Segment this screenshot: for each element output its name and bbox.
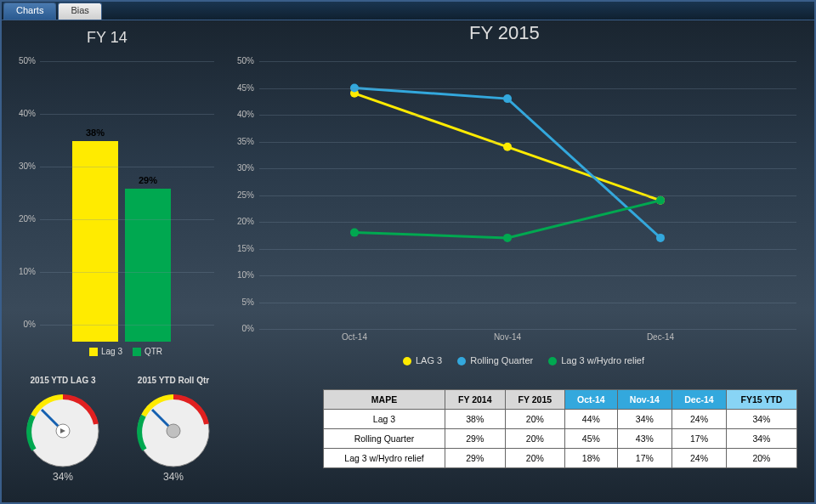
table-header: FY15 YTD — [726, 390, 796, 410]
bar-y-label: 0% — [10, 320, 36, 329]
line-y-label: 25% — [227, 190, 254, 200]
table-cell: Lag 3 — [324, 410, 445, 429]
table-header: Nov-14 — [617, 390, 672, 410]
line-legend: LAG 3Rolling QuarterLag 3 w/Hydro relief — [227, 355, 805, 365]
data-point — [350, 229, 359, 237]
legend-dot — [457, 357, 466, 365]
gauge-icon — [127, 388, 220, 469]
legend-label: Lag 3 w/Hydro relief — [561, 355, 644, 365]
table-cell: 17% — [617, 449, 672, 468]
line-y-label: 50% — [227, 56, 254, 65]
line-y-label: 0% — [227, 324, 254, 333]
table-cell: 20% — [726, 449, 796, 468]
table-row: Lag 338%20%44%34%24%34% — [324, 410, 797, 429]
data-point — [503, 234, 512, 242]
table-cell: 24% — [672, 410, 727, 429]
bar-y-label: 20% — [10, 214, 36, 224]
svg-point-6 — [167, 424, 180, 438]
table-header: FY 2014 — [445, 390, 505, 410]
bar-legend: Lag 3QTR — [31, 347, 210, 356]
legend-label: Lag 3 — [101, 347, 122, 356]
legend-label: LAG 3 — [416, 355, 442, 365]
table-cell: 20% — [505, 449, 565, 468]
table-cell: 20% — [505, 410, 565, 429]
table-cell: 17% — [672, 429, 727, 449]
bar-qtr: 29% — [125, 189, 171, 342]
table-row: Lag 3 w/Hydro relief29%20%18%17%24%20% — [324, 449, 797, 468]
series-lag-3-w-hydro-relief — [354, 201, 660, 238]
bar-y-label: 30% — [10, 161, 36, 171]
gauge-lag3: 2015 YTD LAG 3 34% — [12, 376, 114, 483]
table-cell: Lag 3 w/Hydro relief — [324, 449, 445, 468]
legend-label: Rolling Quarter — [470, 355, 533, 365]
data-point — [503, 94, 512, 103]
bar-value-label: 29% — [125, 175, 171, 185]
line-chart-fy15: 0%5%10%15%20%25%30%35%40%45%50%Oct-14Nov… — [227, 61, 805, 350]
table-cell: 38% — [445, 410, 505, 429]
fy14-title: FY 14 — [87, 29, 128, 47]
gauge-lag3-value: 34% — [12, 471, 114, 483]
bar-value-label: 38% — [72, 127, 118, 138]
gauge-icon — [16, 388, 110, 469]
table-cell: 24% — [672, 449, 727, 468]
table-cell: 34% — [726, 410, 796, 429]
table-cell: 45% — [565, 429, 617, 449]
table-cell: 43% — [617, 429, 672, 449]
bar-y-label: 50% — [10, 56, 36, 65]
legend-swatch — [133, 348, 141, 356]
table-cell: 44% — [565, 410, 617, 429]
data-point — [656, 196, 665, 205]
table-header: Oct-14 — [565, 390, 617, 410]
gauge-rollqtr: 2015 YTD Roll Qtr 34% — [122, 376, 224, 483]
data-point — [656, 234, 665, 242]
line-y-label: 10% — [227, 270, 254, 280]
table-cell: 34% — [617, 410, 672, 429]
line-y-label: 40% — [227, 110, 254, 119]
data-point — [503, 143, 512, 151]
table-header: MAPE — [324, 390, 445, 410]
table-header: FY 2015 — [505, 390, 565, 410]
legend-swatch — [89, 348, 98, 356]
line-y-label: 30% — [227, 163, 254, 173]
legend-label: QTR — [144, 347, 162, 356]
mape-table: MAPEFY 2014FY 2015Oct-14Nov-14Dec-14FY15… — [323, 389, 797, 468]
line-y-label: 15% — [227, 244, 254, 253]
table-cell: 34% — [726, 429, 796, 449]
bar-lag3: 38% — [72, 141, 118, 342]
legend-dot — [548, 357, 557, 365]
table-cell: 29% — [445, 429, 505, 449]
bar-y-label: 10% — [10, 267, 36, 276]
legend-dot — [403, 357, 411, 365]
gauge-lag3-title: 2015 YTD LAG 3 — [12, 376, 114, 385]
line-y-label: 45% — [227, 83, 254, 93]
table-cell: 29% — [445, 449, 505, 468]
tab-charts[interactable]: Charts — [3, 3, 56, 20]
line-y-label: 5% — [227, 297, 254, 307]
bar-chart-fy14: 38%29% 0%10%20%30%40%50% — [10, 61, 214, 342]
bar-y-label: 40% — [10, 109, 36, 118]
table-header: Dec-14 — [672, 390, 727, 410]
gauge-rollqtr-title: 2015 YTD Roll Qtr — [122, 376, 224, 385]
line-y-label: 35% — [227, 137, 254, 146]
fy15-title: FY 2015 — [469, 22, 540, 44]
tab-bias[interactable]: Bias — [58, 3, 101, 20]
table-row: Rolling Quarter29%20%45%43%17%34% — [324, 429, 797, 449]
table-cell: 20% — [505, 429, 565, 449]
table-cell: Rolling Quarter — [324, 429, 445, 449]
line-y-label: 20% — [227, 217, 254, 226]
table-cell: 18% — [565, 449, 617, 468]
gauge-rollqtr-value: 34% — [122, 471, 224, 483]
